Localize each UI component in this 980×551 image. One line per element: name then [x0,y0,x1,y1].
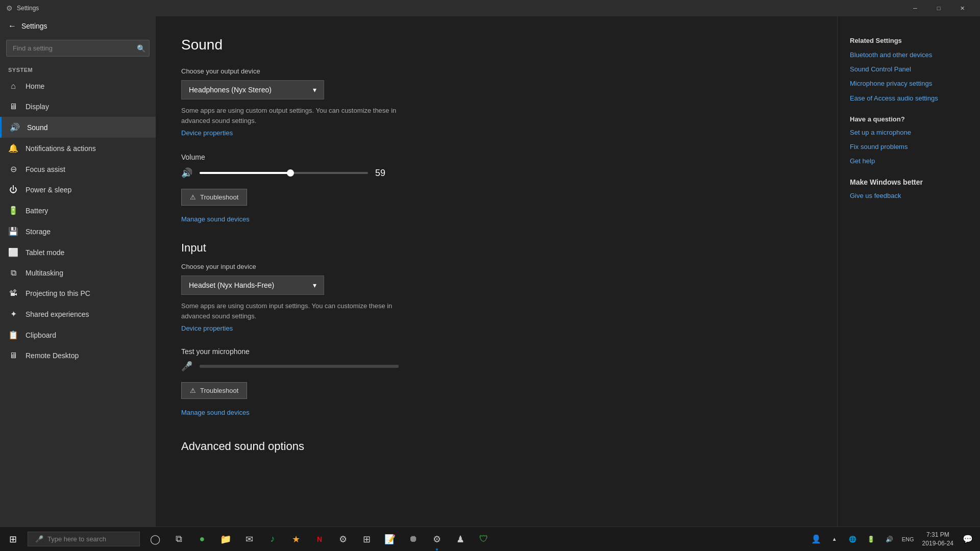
sidebar-label-focus: Focus assist [26,165,65,173]
taskbar-volume-icon[interactable]: 🔊 [881,527,898,552]
output-troubleshoot-button[interactable]: ⚠ Troubleshoot [181,189,247,206]
taskbar-app-star[interactable]: ★ [285,527,307,552]
input-device-properties-link[interactable]: Device properties [181,324,233,332]
start-button[interactable]: ⊞ [0,527,26,552]
sidebar-back-button[interactable]: ← Settings [0,16,156,36]
multitasking-icon: ⧉ [8,268,18,278]
warning-icon-2: ⚠ [190,387,196,394]
sidebar-item-sound[interactable]: 🔊 Sound [0,117,156,138]
sidebar-item-focus[interactable]: ⊖ Focus assist [0,159,156,180]
taskbar-shield[interactable]: 🛡 [473,527,495,552]
sidebar-label-home: Home [26,82,44,90]
taskbar-mic-icon: 🎤 [35,535,43,543]
sidebar: ← Settings 🔍 System ⌂ Home 🖥 Display 🔊 S… [0,16,156,527]
taskbar-date: 2019-06-24 [922,539,953,548]
sidebar-label-sound: Sound [27,123,47,132]
input-manage-sound-link[interactable]: Manage sound devices [181,409,250,416]
back-label: Settings [21,22,47,30]
question-link-setup-mic[interactable]: Set up a microphone [850,128,968,137]
question-link-fix-sound[interactable]: Fix sound problems [850,142,968,152]
taskbar-task-view[interactable]: ⧉ [167,527,190,552]
taskbar-battery-icon[interactable]: 🔋 [863,527,879,552]
taskbar-lang[interactable]: ENG [900,527,916,552]
mic-level-bar [200,365,399,368]
taskbar-spotify[interactable]: ♪ [261,527,284,552]
output-manage-sound-link[interactable]: Manage sound devices [181,215,250,223]
sidebar-item-projecting[interactable]: 📽 Projecting to this PC [0,283,156,304]
window-controls: ─ □ ✕ [903,0,974,16]
input-section-title: Input [181,241,812,255]
minimize-button[interactable]: ─ [903,0,927,16]
output-device-value: Headphones (Nyx Stereo) [189,86,272,94]
input-troubleshoot-button[interactable]: ⚠ Troubleshoot [181,382,247,399]
search-input[interactable] [6,40,150,57]
taskbar-mail[interactable]: ✉ [238,527,260,552]
maximize-button[interactable]: □ [927,0,950,16]
volume-section: Volume 🔊 59 [181,153,812,179]
sidebar-item-display[interactable]: 🖥 Display [0,96,156,117]
volume-slider[interactable] [200,172,368,174]
input-device-dropdown[interactable]: Headset (Nyx Hands-Free) ▾ [181,276,324,295]
sidebar-item-power[interactable]: ⏻ Power & sleep [0,180,156,200]
sidebar-item-shared[interactable]: ✦ Shared experiences [0,304,156,324]
sidebar-label-storage: Storage [26,228,51,236]
sidebar-item-notifications[interactable]: 🔔 Notifications & actions [0,138,156,159]
volume-label: Volume [181,153,812,161]
search-icon-button[interactable]: 🔍 [137,44,145,53]
taskbar-clock[interactable]: 7:31 PM 2019-06-24 [918,527,958,552]
app-container: ← Settings 🔍 System ⌂ Home 🖥 Display 🔊 S… [0,16,980,527]
sidebar-item-clipboard[interactable]: 📋 Clipboard [0,324,156,345]
taskbar-netflix[interactable]: N [308,527,331,552]
related-link-ease-access[interactable]: Ease of Access audio settings [850,94,968,103]
taskbar-chrome[interactable]: ● [191,527,213,552]
taskbar-people-icon[interactable]: 👤 [808,527,824,552]
make-better-heading: Make Windows better [850,178,968,186]
related-link-microphone-privacy[interactable]: Microphone privacy settings [850,79,968,88]
mic-test-label: Test your microphone [181,347,812,356]
taskbar-sticky-notes[interactable]: 📝 [379,527,401,552]
settings-icon: ⚙ [6,4,13,12]
output-device-properties-link[interactable]: Device properties [181,129,233,137]
battery-icon: 🔋 [8,206,18,215]
related-link-sound-panel[interactable]: Sound Control Panel [850,65,968,74]
input-device-value: Headset (Nyx Hands-Free) [189,281,274,289]
taskbar-explorer[interactable]: 📁 [214,527,237,552]
sidebar-item-home[interactable]: ⌂ Home [0,76,156,96]
taskbar-notification-button[interactable]: 💬 [960,527,976,552]
main-content: Sound Choose your output device Headphon… [156,16,837,527]
output-device-dropdown[interactable]: Headphones (Nyx Stereo) ▾ [181,80,324,99]
close-button[interactable]: ✕ [950,0,974,16]
projecting-icon: 📽 [8,289,18,298]
related-link-bluetooth[interactable]: Bluetooth and other devices [850,51,968,60]
input-info-text: Some apps are using custom input setting… [181,301,411,321]
taskbar-steam2[interactable]: ♟ [449,527,472,552]
sidebar-label-clipboard: Clipboard [26,331,56,339]
taskbar-icons: ◯ ⧉ ● 📁 ✉ ♪ ★ N ⚙ ⊞ 📝 ⏺ ⚙ ♟ 🛡 [144,527,495,552]
volume-slider-thumb[interactable] [287,169,294,177]
taskbar-cortana[interactable]: ◯ [144,527,166,552]
sidebar-item-tablet[interactable]: ⬜ Tablet mode [0,242,156,263]
output-dropdown-arrow: ▾ [313,86,316,94]
question-link-get-help[interactable]: Get help [850,157,968,166]
taskbar-settings[interactable]: ⚙ [426,527,448,552]
sidebar-label-remote: Remote Desktop [26,352,79,360]
sidebar-item-storage[interactable]: 💾 Storage [0,221,156,242]
advanced-sound-title: Advanced sound options [181,440,812,453]
shared-icon: ✦ [8,309,18,319]
feedback-link[interactable]: Give us feedback [850,191,968,201]
page-title: Sound [181,37,812,53]
sidebar-item-remote[interactable]: 🖥 Remote Desktop [0,345,156,366]
sidebar-label-power: Power & sleep [26,186,71,194]
taskbar-search[interactable]: 🎤 Type here to search [28,532,140,546]
taskbar-chevron-icon[interactable]: ▲ [826,527,843,552]
taskbar-obs[interactable]: ⏺ [402,527,425,552]
taskbar-unknown-app[interactable]: ⊞ [355,527,378,552]
volume-slider-fill [200,172,290,174]
input-dropdown-arrow: ▾ [313,281,316,289]
sidebar-label-notifications: Notifications & actions [26,144,96,153]
sidebar-item-multitasking[interactable]: ⧉ Multitasking [0,263,156,283]
sidebar-item-battery[interactable]: 🔋 Battery [0,200,156,221]
taskbar-network-icon[interactable]: 🌐 [845,527,861,552]
taskbar-steam[interactable]: ⚙ [332,527,354,552]
storage-icon: 💾 [8,227,18,236]
